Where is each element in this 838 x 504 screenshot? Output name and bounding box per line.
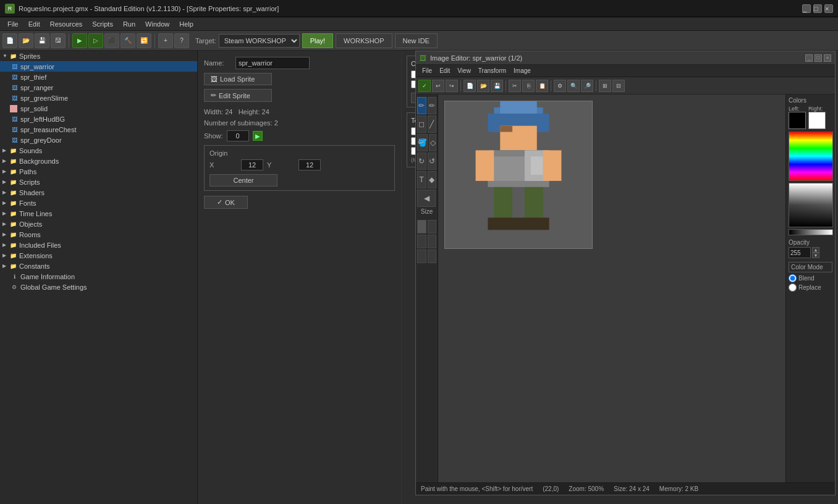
center-button[interactable]: Center: [210, 174, 277, 187]
load-sprite-button[interactable]: 🖼 Load Sprite: [204, 73, 272, 85]
origin-x-input[interactable]: [241, 159, 263, 170]
tb-open[interactable]: 📂: [19, 33, 33, 48]
play-button[interactable]: Play!: [302, 33, 333, 48]
tree-shaders-folder[interactable]: ▶ 📁 Shaders: [0, 187, 197, 198]
tree-spr-thief[interactable]: 🖼 spr_thief: [0, 72, 197, 82]
tree-constants-folder[interactable]: ▶ 📁 Constants: [0, 261, 197, 271]
tree-scripts-folder[interactable]: ▶ 📁 Scripts: [0, 177, 197, 187]
tree-spr-ranger[interactable]: 🖼 spr_ranger: [0, 82, 197, 93]
minimize-button[interactable]: _: [802, 4, 811, 13]
size-3[interactable]: [417, 235, 426, 248]
ie-tb-copy[interactable]: ⎘: [522, 80, 535, 92]
tb-help[interactable]: ?: [174, 33, 189, 48]
tb-stop[interactable]: ⬛: [104, 33, 119, 48]
tree-sounds-folder[interactable]: ▶ 📁 Sounds: [0, 145, 197, 156]
tree-spr-solid[interactable]: spr_solid: [0, 103, 197, 114]
menu-run[interactable]: Run: [118, 19, 140, 29]
tree-spr-greenslime[interactable]: 🖼 spr_greenSlime: [0, 93, 197, 103]
size-5[interactable]: [417, 250, 426, 263]
bw-gradient[interactable]: [789, 229, 833, 235]
tree-included-files-folder[interactable]: ▶ 📁 Included Files: [0, 240, 197, 250]
tool-pencil-alt[interactable]: ✏: [428, 97, 437, 114]
tb-run[interactable]: ▶: [72, 33, 87, 48]
ie-tb-redo[interactable]: ↪: [446, 80, 458, 92]
ie-tb-paste[interactable]: 📋: [536, 80, 548, 92]
new-ide-button[interactable]: New IDE: [395, 33, 438, 48]
ie-menu-view[interactable]: View: [454, 67, 475, 75]
tool-rotate[interactable]: ↻: [417, 153, 426, 170]
ie-tb-confirm[interactable]: ✓: [418, 80, 431, 92]
ie-tb-grid[interactable]: ⊞: [599, 80, 611, 92]
tree-timelines-folder[interactable]: ▶ 📁 Time Lines: [0, 208, 197, 219]
tree-game-info[interactable]: ℹ Game Information: [0, 271, 197, 282]
tb-add-resource[interactable]: +: [158, 33, 173, 48]
image-editor-minimize[interactable]: _: [805, 54, 813, 62]
tree-backgrounds-folder[interactable]: ▶ 📁 Backgrounds: [0, 156, 197, 166]
tree-objects-folder[interactable]: ▶ 📁 Objects: [0, 219, 197, 229]
hue-spectrum[interactable]: [789, 132, 833, 181]
ie-tb-zoom-in[interactable]: 🔍: [567, 80, 580, 92]
menu-scripts[interactable]: Scripts: [87, 19, 118, 29]
tree-rooms-folder[interactable]: ▶ 📁 Rooms: [0, 229, 197, 240]
ie-menu-transform[interactable]: Transform: [475, 67, 510, 75]
ie-tb-open[interactable]: 📂: [477, 80, 489, 92]
tb-saveas[interactable]: 🖫: [51, 33, 66, 48]
menu-resources[interactable]: Resources: [45, 19, 88, 29]
ie-tb-undo[interactable]: ↩: [432, 80, 444, 92]
image-editor-close[interactable]: ×: [824, 54, 831, 62]
size-6[interactable]: [428, 250, 437, 263]
tree-global-settings[interactable]: ⚙ Global Game Settings: [0, 282, 197, 292]
tool-text[interactable]: T: [417, 171, 426, 188]
opacity-up[interactable]: ▲: [812, 247, 819, 253]
saturation-lightness-picker[interactable]: [789, 183, 833, 227]
menu-file[interactable]: File: [2, 19, 23, 29]
ie-tb-zoom-out[interactable]: 🔎: [581, 80, 593, 92]
tree-spr-greydoor[interactable]: 🖼 spr_greyDoor: [0, 135, 197, 145]
ie-tb-settings[interactable]: ⚙: [554, 80, 566, 92]
tool-fill[interactable]: 🪣: [417, 134, 428, 151]
tree-paths-folder[interactable]: ▶ 📁 Paths: [0, 166, 197, 177]
show-arrow[interactable]: ▶: [253, 131, 263, 141]
tool-select[interactable]: ◇: [429, 134, 436, 151]
size-1[interactable]: [417, 220, 426, 233]
size-2[interactable]: [428, 220, 437, 233]
close-button[interactable]: ×: [824, 4, 833, 13]
ie-tb-save[interactable]: 💾: [491, 80, 503, 92]
size-4[interactable]: [428, 235, 437, 248]
blend-radio[interactable]: [789, 274, 797, 282]
ok-button[interactable]: ✓ OK: [204, 196, 248, 209]
image-editor-restore[interactable]: □: [815, 54, 822, 62]
tree-spr-lefthud[interactable]: 🖼 spr_leftHudBG: [0, 114, 197, 124]
edit-sprite-button[interactable]: ✏ Edit Sprite: [204, 89, 272, 102]
ie-tb-cut[interactable]: ✂: [509, 80, 521, 92]
tb-clean[interactable]: 🔁: [137, 33, 151, 48]
opacity-input[interactable]: [789, 247, 811, 258]
target-select[interactable]: Steam WORKSHOP: [219, 34, 300, 48]
maximize-button[interactable]: □: [813, 4, 822, 13]
tool-eraser[interactable]: ◻: [417, 116, 426, 133]
name-input[interactable]: [235, 57, 310, 69]
tree-extensions-folder[interactable]: ▶ 📁 Extensions: [0, 250, 197, 261]
tool-arrow[interactable]: ◀: [417, 190, 436, 207]
replace-radio[interactable]: [789, 284, 797, 292]
tb-build[interactable]: 🔨: [121, 33, 135, 48]
tool-rotate2[interactable]: ↺: [428, 153, 437, 170]
ie-tb-snap[interactable]: ⊟: [612, 80, 625, 92]
tool-pencil[interactable]: ✏: [417, 97, 426, 114]
tree-fonts-folder[interactable]: ▶ 📁 Fonts: [0, 198, 197, 208]
show-input[interactable]: [227, 130, 249, 141]
origin-y-input[interactable]: [298, 159, 321, 170]
tree-sprites-folder[interactable]: ▼ 📁 Sprites: [0, 51, 197, 61]
left-color-swatch[interactable]: [789, 112, 806, 129]
tree-spr-treasure[interactable]: 🖼 spr_treasureChest: [0, 124, 197, 135]
menu-window[interactable]: Window: [140, 19, 174, 29]
tool-diamond[interactable]: ◆: [428, 171, 437, 188]
ie-menu-file[interactable]: File: [418, 67, 436, 75]
menu-edit[interactable]: Edit: [23, 19, 45, 29]
tb-run-debug[interactable]: ▷: [88, 33, 103, 48]
image-editor-canvas-area[interactable]: [438, 94, 785, 482]
ie-menu-image[interactable]: Image: [510, 67, 535, 75]
tool-line[interactable]: ╱: [428, 116, 437, 133]
tree-spr-warrior[interactable]: 🖼 spr_warrior: [0, 61, 197, 72]
tb-save[interactable]: 💾: [35, 33, 49, 48]
